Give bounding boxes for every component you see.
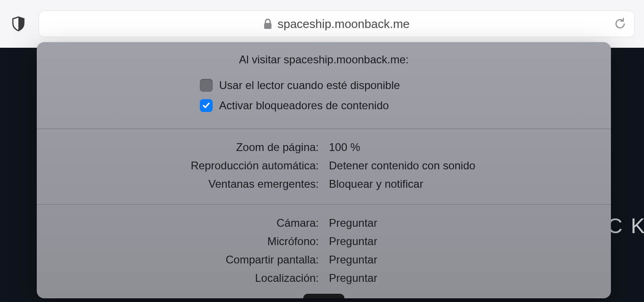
popups-label: Ventanas emergentes: bbox=[37, 178, 319, 190]
autoplay-value[interactable]: Detener contenido con sonido bbox=[329, 159, 611, 172]
microphone-value[interactable]: Preguntar bbox=[329, 235, 611, 248]
screenshare-label: Compartir pantalla: bbox=[37, 253, 319, 266]
autoplay-label: Reproducción automática: bbox=[37, 159, 319, 172]
popups-value[interactable]: Bloquear y notificar bbox=[329, 178, 611, 190]
lock-icon bbox=[264, 18, 272, 29]
svg-rect-0 bbox=[264, 23, 271, 29]
checkbox-unchecked-icon bbox=[200, 79, 213, 92]
brand-fragment: CK bbox=[607, 213, 644, 238]
camera-label: Cámara: bbox=[37, 217, 319, 229]
screenshare-value[interactable]: Preguntar bbox=[329, 253, 611, 266]
autoplay-row: Reproducción automática: Detener conteni… bbox=[37, 157, 611, 175]
camera-row: Cámara: Preguntar bbox=[37, 214, 611, 232]
site-settings-section-1: Zoom de página: 100 % Reproducción autom… bbox=[37, 129, 611, 204]
popover-bottom-notch bbox=[303, 294, 345, 298]
reload-icon bbox=[614, 17, 626, 31]
url-text: spaceship.moonback.me bbox=[277, 17, 410, 31]
zoom-label: Zoom de página: bbox=[37, 141, 319, 154]
microphone-label: Micrófono: bbox=[37, 235, 319, 248]
checkbox-checked-icon bbox=[200, 99, 213, 112]
content-blockers-checkbox-label: Activar bloqueadores de contenido bbox=[219, 99, 389, 112]
microphone-row: Micrófono: Preguntar bbox=[37, 232, 611, 251]
browser-toolbar: spaceship.moonback.me bbox=[0, 0, 644, 48]
address-bar-content: spaceship.moonback.me bbox=[264, 17, 410, 31]
location-label: Localización: bbox=[37, 272, 319, 285]
privacy-shield-button[interactable] bbox=[9, 15, 28, 33]
popover-header: Al visitar spaceship.moonback.me: bbox=[37, 42, 611, 75]
location-value[interactable]: Preguntar bbox=[329, 272, 611, 285]
popups-row: Ventanas emergentes: Bloquear y notifica… bbox=[37, 175, 611, 193]
reader-checkbox-row[interactable]: Usar el lector cuando esté disponible bbox=[200, 75, 448, 95]
location-row: Localización: Preguntar bbox=[37, 269, 611, 287]
site-settings-section-2: Cámara: Preguntar Micrófono: Preguntar C… bbox=[37, 205, 611, 298]
reload-button[interactable] bbox=[614, 17, 626, 31]
address-bar[interactable]: spaceship.moonback.me bbox=[39, 11, 635, 37]
popover-arrow bbox=[314, 42, 334, 43]
reader-checkbox-label: Usar el lector cuando esté disponible bbox=[219, 79, 400, 92]
zoom-row: Zoom de página: 100 % bbox=[37, 138, 611, 157]
shield-icon bbox=[12, 17, 25, 31]
screenshare-row: Compartir pantalla: Preguntar bbox=[37, 251, 611, 269]
content-blockers-checkbox-row[interactable]: Activar bloqueadores de contenido bbox=[200, 95, 448, 116]
zoom-value[interactable]: 100 % bbox=[329, 141, 611, 154]
site-settings-popover: Al visitar spaceship.moonback.me: Usar e… bbox=[37, 42, 611, 298]
camera-value[interactable]: Preguntar bbox=[329, 217, 611, 229]
